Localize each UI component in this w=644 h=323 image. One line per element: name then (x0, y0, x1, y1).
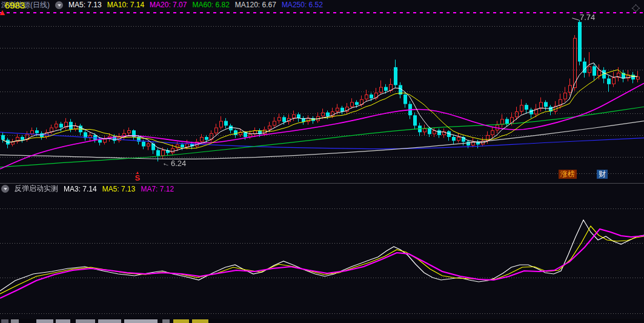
text-fragment (56, 319, 70, 323)
finance-badge[interactable]: 财 (597, 170, 608, 179)
lower-panel-header: 反弹启动实测 MA3: 7.14 MA5: 7.13 MA7: 7.12 (1, 184, 174, 194)
collapse-chevron-icon[interactable] (55, 1, 63, 9)
upper-ma-item: MA120: 6.67 (235, 1, 276, 9)
upper-ma-item: MA60: 6.82 (192, 1, 229, 9)
upper-ma-item: MA250: 6.52 (282, 1, 323, 9)
text-fragment (192, 319, 208, 323)
truncated-bottom-row (0, 319, 644, 323)
lower-ma-item: MA7: 7.12 (141, 185, 174, 193)
lower-ma-item: MA3: 7.14 (64, 185, 97, 193)
stock-title: 深圳能源(日线) (1, 0, 50, 10)
text-fragment (1, 319, 8, 323)
text-fragment (76, 319, 95, 323)
collapse-chevron-icon[interactable] (1, 185, 9, 193)
gainers-list-badge[interactable]: 涨榜 (559, 170, 577, 179)
upper-ma-item: MA5: 7.13 (68, 1, 102, 9)
chevron-down-icon (4, 188, 7, 190)
upper-panel-header: 深圳能源(日线) MA5: 7.13 MA10: 7.14 MA20: 7.07… (1, 0, 323, 10)
indicator-title: 反弹启动实测 (15, 184, 58, 194)
upper-ma-item: MA10: 7.14 (107, 1, 144, 9)
lower-ma-item: MA5: 7.13 (102, 185, 136, 193)
chevron-down-icon (58, 4, 61, 7)
text-fragment (36, 319, 53, 323)
text-fragment (11, 319, 19, 323)
text-fragment (173, 319, 189, 323)
stock-app-screen: 深圳能源(日线) MA5: 7.13 MA10: 7.14 MA20: 7.07… (0, 0, 644, 323)
upper-ma-item: MA20: 7.07 (150, 1, 187, 9)
text-fragment (124, 319, 158, 323)
text-fragment (162, 319, 170, 323)
candlestick-chart[interactable] (0, 10, 644, 183)
indicator-chart[interactable] (0, 195, 644, 318)
text-fragment (98, 319, 121, 323)
